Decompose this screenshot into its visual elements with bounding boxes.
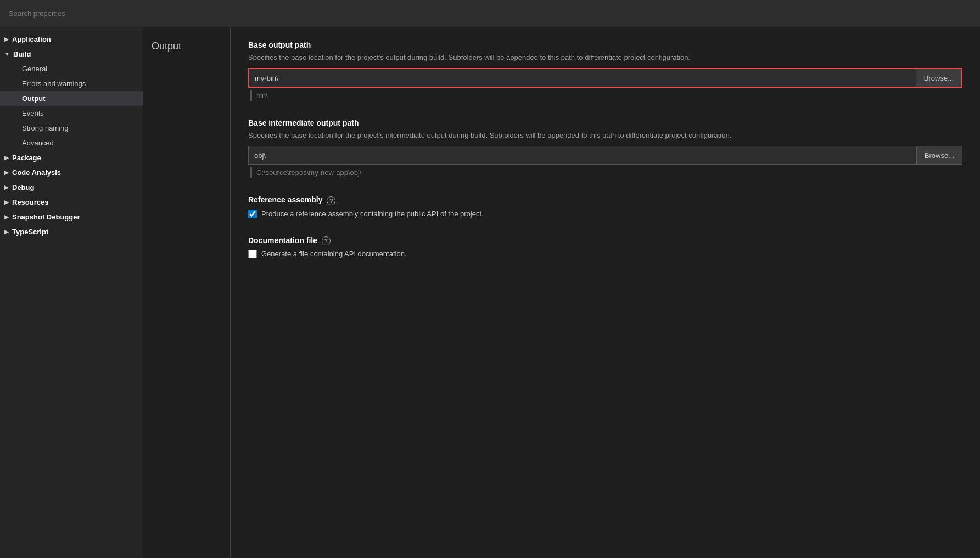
- reference-assembly-label: Reference assembly ?: [248, 195, 962, 205]
- documentation-file-description: Generate a file containing API documenta…: [261, 250, 407, 258]
- section-title-panel: Output: [143, 27, 231, 558]
- sidebar-item-snapshot-debugger[interactable]: ▶ Snapshot Debugger: [0, 210, 143, 224]
- chevron-down-icon: ▼: [4, 51, 10, 57]
- base-output-path-label: Base output path: [248, 41, 962, 49]
- chevron-right-icon-codeanalysis: ▶: [4, 170, 9, 176]
- documentation-file-section: Documentation file ? Generate a file con…: [248, 236, 962, 258]
- chevron-right-icon-resources: ▶: [4, 199, 9, 205]
- base-output-path-section: Base output path Specifies the base loca…: [248, 41, 962, 101]
- base-intermediate-path-description: Specifies the base location for the proj…: [248, 131, 962, 140]
- reference-assembly-checkbox-row: Produce a reference assembly containing …: [248, 210, 962, 218]
- base-intermediate-input-row: Browse...: [248, 146, 962, 165]
- chevron-right-icon-snapshot: ▶: [4, 214, 9, 220]
- sidebar-item-application[interactable]: ▶ Application: [0, 32, 143, 47]
- section-title: Output: [152, 41, 221, 52]
- sidebar: ▶ Application ▼ Build General Errors and…: [0, 27, 143, 558]
- sidebar-item-build-strong[interactable]: Strong naming: [0, 121, 143, 136]
- chevron-right-icon-typescript: ▶: [4, 229, 9, 235]
- sidebar-item-code-analysis[interactable]: ▶ Code Analysis: [0, 165, 143, 180]
- base-output-hint: bin\: [256, 92, 268, 100]
- sidebar-item-build-events[interactable]: Events: [0, 106, 143, 121]
- search-bar: [0, 0, 980, 27]
- documentation-file-checkbox-row: Generate a file containing API documenta…: [248, 250, 962, 258]
- sidebar-item-build-output[interactable]: Output: [0, 91, 143, 106]
- documentation-file-checkbox[interactable]: [248, 250, 257, 258]
- sidebar-item-typescript[interactable]: ▶ TypeScript: [0, 224, 143, 239]
- reference-assembly-help-icon[interactable]: ?: [327, 196, 335, 205]
- base-output-hint-row: bin\: [248, 90, 962, 101]
- chevron-right-icon: ▶: [4, 36, 9, 42]
- main-layout: ▶ Application ▼ Build General Errors and…: [0, 27, 980, 558]
- documentation-file-help-icon[interactable]: ?: [322, 236, 331, 245]
- base-intermediate-hint: C:\source\repos\my-new-app\obj\: [256, 168, 361, 177]
- chevron-right-icon-package: ▶: [4, 155, 9, 161]
- base-intermediate-input[interactable]: [249, 146, 916, 164]
- sidebar-item-debug[interactable]: ▶ Debug: [0, 180, 143, 195]
- sidebar-item-package[interactable]: ▶ Package: [0, 150, 143, 165]
- reference-assembly-checkbox[interactable]: [248, 210, 257, 218]
- base-output-input[interactable]: [249, 69, 916, 87]
- base-intermediate-hint-row: C:\source\repos\my-new-app\obj\: [248, 167, 962, 178]
- sidebar-item-build-advanced[interactable]: Advanced: [0, 136, 143, 150]
- base-output-browse-button[interactable]: Browse...: [916, 69, 961, 87]
- base-intermediate-browse-button[interactable]: Browse...: [916, 146, 962, 164]
- reference-assembly-section: Reference assembly ? Produce a reference…: [248, 195, 962, 218]
- sidebar-item-build-errors[interactable]: Errors and warnings: [0, 76, 143, 91]
- base-output-input-row: Browse...: [248, 68, 962, 88]
- base-intermediate-path-label: Base intermediate output path: [248, 119, 962, 127]
- base-intermediate-path-section: Base intermediate output path Specifies …: [248, 119, 962, 178]
- search-input[interactable]: [9, 9, 971, 18]
- sidebar-item-build-general[interactable]: General: [0, 61, 143, 76]
- content-area: Output Base output path Specifies the ba…: [143, 27, 980, 558]
- hint-bar-output: [250, 90, 252, 101]
- hint-bar-intermediate: [250, 167, 252, 178]
- documentation-file-label: Documentation file ?: [248, 236, 962, 245]
- reference-assembly-description: Produce a reference assembly containing …: [261, 210, 484, 218]
- sidebar-item-build[interactable]: ▼ Build: [0, 47, 143, 61]
- base-output-path-description: Specifies the base location for the proj…: [248, 53, 962, 63]
- chevron-right-icon-debug: ▶: [4, 184, 9, 190]
- sidebar-item-resources[interactable]: ▶ Resources: [0, 195, 143, 210]
- settings-panel: Base output path Specifies the base loca…: [231, 27, 980, 558]
